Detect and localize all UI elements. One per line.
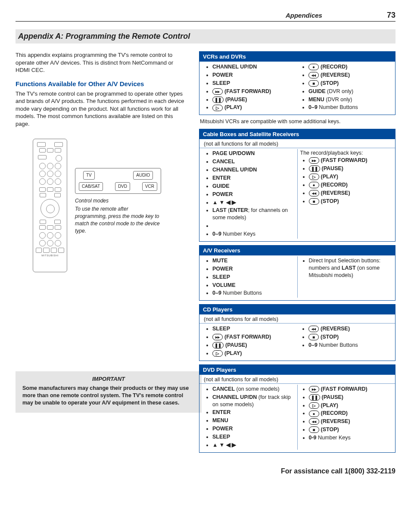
list-item: ❚❚(PAUSE) bbox=[309, 394, 391, 401]
cable-right-lead: The record/playback keys: bbox=[300, 150, 391, 156]
record-icon: ● bbox=[309, 182, 319, 188]
page-header: Appendices 73 bbox=[16, 11, 395, 22]
list-item: ▲ ▼ ◀ ▶ bbox=[212, 442, 295, 449]
intro-paragraph: This appendix explains programming the T… bbox=[16, 51, 188, 74]
remote-diagram: MITSUBISHI bbox=[33, 139, 67, 272]
list-item: PAGE UP/DOWN bbox=[212, 150, 295, 157]
list-item: ▷(PLAY) bbox=[212, 350, 295, 357]
list-item: CHANNEL UP/DN bbox=[212, 63, 295, 71]
list-item: VOLUME bbox=[212, 282, 295, 289]
stop-icon: ■ bbox=[308, 334, 319, 340]
functions-paragraph: The TV's remote control can be programme… bbox=[16, 90, 188, 128]
list-item: ENTER bbox=[212, 174, 295, 182]
cable-title: Cable Boxes and Satellite Receivers bbox=[199, 129, 395, 139]
list-item: ▸▸(FAST FORWARD) bbox=[212, 333, 295, 341]
page-number: 73 bbox=[387, 11, 395, 20]
play-icon: ▷ bbox=[212, 350, 223, 357]
mode-cabsat: CAB/SAT bbox=[79, 182, 103, 191]
avr-table: A/V Receivers MUTEPOWERSLEEPVOLUME0–9 Nu… bbox=[199, 245, 395, 301]
list-item: SLEEP bbox=[212, 325, 295, 333]
list-item: MUTE bbox=[212, 257, 295, 264]
list-item: ◂◂(REVERSE) bbox=[309, 190, 391, 197]
list-item: CANCEL (on some models) bbox=[212, 386, 295, 393]
important-heading: IMPORTANT bbox=[22, 376, 195, 382]
reverse-icon: ◂◂ bbox=[309, 418, 319, 425]
reverse-icon: ◂◂ bbox=[308, 72, 319, 78]
fast forward-icon: ▸▸ bbox=[309, 157, 319, 164]
list-item: ◂◂(REVERSE) bbox=[308, 72, 391, 79]
list-item: ▸▸(FAST FORWARD) bbox=[309, 386, 391, 393]
pause-icon: ❚❚ bbox=[212, 342, 224, 348]
list-item: SLEEP bbox=[212, 80, 295, 87]
mode-vcr: VCR bbox=[142, 182, 157, 191]
list-item: CANCEL bbox=[212, 158, 295, 165]
list-item: ▸▸(FAST FORWARD) bbox=[309, 157, 391, 164]
fast forward-icon: ▸▸ bbox=[309, 386, 319, 392]
list-item: ❚❚(PAUSE) bbox=[212, 342, 295, 349]
list-item: 0–9 Number Keys bbox=[212, 230, 295, 238]
list-item: MENU (DVR only) bbox=[308, 96, 391, 103]
stop-icon: ■ bbox=[308, 80, 319, 87]
record-icon: ● bbox=[308, 64, 319, 70]
mode-audio: AUDIO bbox=[133, 171, 153, 180]
list-item: ▷(PLAY) bbox=[309, 402, 391, 409]
list-item: POWER bbox=[212, 191, 295, 198]
functions-heading: Functions Available for Other A/V Device… bbox=[16, 80, 188, 87]
list-item: ❚❚(PAUSE) bbox=[309, 165, 391, 172]
play-icon: ▷ bbox=[309, 174, 319, 180]
list-item: ◂◂(REVERSE) bbox=[308, 325, 391, 333]
list-item: GUIDE (DVR only) bbox=[308, 88, 391, 95]
pause-icon: ❚❚ bbox=[309, 394, 320, 401]
list-item: ENTER bbox=[212, 409, 295, 416]
mode-callout: TV AUDIO CAB/SAT DVD VCR bbox=[75, 168, 161, 194]
list-item: ■(STOP) bbox=[308, 80, 391, 87]
callout-body: To use the remote after programming, pre… bbox=[75, 205, 161, 234]
list-item: 0–9 Number Buttons bbox=[308, 104, 391, 111]
list-item: ●(RECORD) bbox=[309, 410, 391, 417]
stop-icon: ■ bbox=[309, 198, 319, 205]
mode-dvd: DVD bbox=[115, 182, 130, 191]
cable-table: Cable Boxes and Satellite Receivers (not… bbox=[199, 129, 395, 242]
record-icon: ● bbox=[309, 411, 319, 417]
play-icon: ▷ bbox=[212, 105, 223, 111]
list-item: SLEEP bbox=[212, 433, 295, 441]
list-item: SLEEP bbox=[212, 274, 295, 281]
appendix-title: Appendix A: Programming the Remote Contr… bbox=[16, 29, 395, 44]
vcr-title: VCRs and DVRs bbox=[199, 52, 395, 62]
avr-title: A/V Receivers bbox=[199, 246, 395, 255]
pause-icon: ❚❚ bbox=[309, 165, 320, 172]
list-item: GUIDE bbox=[212, 183, 295, 190]
list-item: 0–9 Number Buttons bbox=[308, 342, 391, 349]
vcr-note: Mitsubishi VCRs are compatible with some… bbox=[200, 118, 395, 124]
dvd-sub: (not all functions for all models) bbox=[199, 375, 395, 383]
dvd-title: DVD Players bbox=[199, 365, 395, 375]
play-icon: ▷ bbox=[309, 402, 319, 409]
list-item: CHANNEL UP/DN (for track skip on some mo… bbox=[212, 394, 295, 408]
list-item: 0–9 Number Buttons bbox=[212, 289, 295, 297]
reverse-icon: ◂◂ bbox=[309, 190, 319, 196]
list-item: POWER bbox=[212, 425, 295, 432]
pause-icon: ❚❚ bbox=[212, 96, 224, 103]
list-item: CHANNEL UP/DN bbox=[212, 166, 295, 174]
list-item: POWER bbox=[212, 265, 295, 273]
important-body: Some manufacturers may change their prod… bbox=[22, 385, 195, 407]
cd-sub: (not all functions for all models) bbox=[199, 314, 395, 323]
list-item: ●(RECORD) bbox=[308, 63, 391, 71]
list-item: ▷(PLAY) bbox=[212, 104, 295, 111]
fast forward-icon: ▸▸ bbox=[212, 334, 223, 340]
list-item: 0-9 Number Keys bbox=[309, 434, 391, 442]
list-item: ▸▸(FAST FORWARD) bbox=[212, 88, 295, 95]
dvd-table: DVD Players (not all functions for all m… bbox=[199, 364, 395, 453]
assistance-footer: For assistance call 1(800) 332-2119 bbox=[16, 467, 395, 475]
stop-icon: ■ bbox=[309, 426, 319, 433]
list-item: ■(STOP) bbox=[308, 333, 391, 341]
reverse-icon: ◂◂ bbox=[308, 326, 319, 332]
section-name: Appendices bbox=[286, 12, 322, 19]
mode-tv: TV bbox=[83, 171, 95, 180]
list-item: ❚❚(PAUSE) bbox=[212, 96, 295, 103]
list-item: Direct Input Selection buttons: numbers … bbox=[309, 257, 391, 279]
list-item bbox=[212, 222, 295, 230]
list-item: ■(STOP) bbox=[309, 426, 391, 433]
list-item: ▷(PLAY) bbox=[309, 173, 391, 180]
list-item: ◂◂(REVERSE) bbox=[309, 418, 391, 425]
